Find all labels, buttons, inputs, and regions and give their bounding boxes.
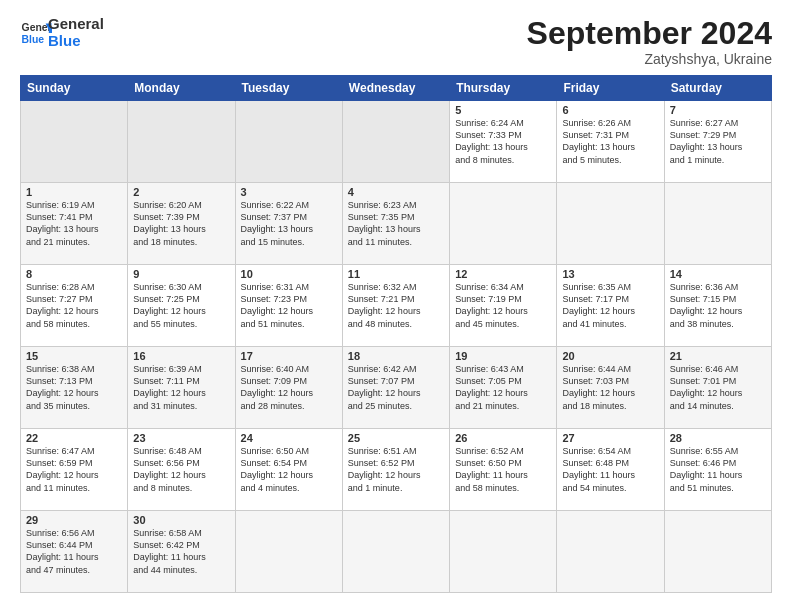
day-info: Sunrise: 6:58 AMSunset: 6:42 PMDaylight:… xyxy=(133,527,229,576)
day-number: 19 xyxy=(455,350,551,362)
calendar-cell: 28Sunrise: 6:55 AMSunset: 6:46 PMDayligh… xyxy=(664,429,771,511)
calendar-cell: 23Sunrise: 6:48 AMSunset: 6:56 PMDayligh… xyxy=(128,429,235,511)
day-number: 17 xyxy=(241,350,337,362)
day-number: 1 xyxy=(26,186,122,198)
day-info: Sunrise: 6:38 AMSunset: 7:13 PMDaylight:… xyxy=(26,363,122,412)
day-number: 12 xyxy=(455,268,551,280)
day-info: Sunrise: 6:22 AMSunset: 7:37 PMDaylight:… xyxy=(241,199,337,248)
calendar-cell xyxy=(128,101,235,183)
month-title: September 2024 xyxy=(527,16,772,51)
calendar-cell xyxy=(235,101,342,183)
day-info: Sunrise: 6:43 AMSunset: 7:05 PMDaylight:… xyxy=(455,363,551,412)
day-info: Sunrise: 6:50 AMSunset: 6:54 PMDaylight:… xyxy=(241,445,337,494)
day-info: Sunrise: 6:55 AMSunset: 6:46 PMDaylight:… xyxy=(670,445,766,494)
calendar-cell: 12Sunrise: 6:34 AMSunset: 7:19 PMDayligh… xyxy=(450,265,557,347)
day-number: 22 xyxy=(26,432,122,444)
day-number: 18 xyxy=(348,350,444,362)
day-number: 15 xyxy=(26,350,122,362)
day-number: 8 xyxy=(26,268,122,280)
calendar-cell: 27Sunrise: 6:54 AMSunset: 6:48 PMDayligh… xyxy=(557,429,664,511)
day-number: 21 xyxy=(670,350,766,362)
day-number: 6 xyxy=(562,104,658,116)
day-header-thursday: Thursday xyxy=(450,76,557,101)
day-info: Sunrise: 6:47 AMSunset: 6:59 PMDaylight:… xyxy=(26,445,122,494)
calendar-cell: 5Sunrise: 6:24 AMSunset: 7:33 PMDaylight… xyxy=(450,101,557,183)
day-info: Sunrise: 6:46 AMSunset: 7:01 PMDaylight:… xyxy=(670,363,766,412)
calendar-cell: 26Sunrise: 6:52 AMSunset: 6:50 PMDayligh… xyxy=(450,429,557,511)
calendar-cell: 10Sunrise: 6:31 AMSunset: 7:23 PMDayligh… xyxy=(235,265,342,347)
calendar-cell: 14Sunrise: 6:36 AMSunset: 7:15 PMDayligh… xyxy=(664,265,771,347)
day-header-wednesday: Wednesday xyxy=(342,76,449,101)
calendar-cell: 29Sunrise: 6:56 AMSunset: 6:44 PMDayligh… xyxy=(21,511,128,593)
day-header-tuesday: Tuesday xyxy=(235,76,342,101)
day-number: 4 xyxy=(348,186,444,198)
calendar-cell xyxy=(342,101,449,183)
day-info: Sunrise: 6:56 AMSunset: 6:44 PMDaylight:… xyxy=(26,527,122,576)
svg-text:Blue: Blue xyxy=(22,33,45,44)
day-info: Sunrise: 6:52 AMSunset: 6:50 PMDaylight:… xyxy=(455,445,551,494)
calendar-cell: 1Sunrise: 6:19 AMSunset: 7:41 PMDaylight… xyxy=(21,183,128,265)
day-info: Sunrise: 6:20 AMSunset: 7:39 PMDaylight:… xyxy=(133,199,229,248)
calendar-cell: 21Sunrise: 6:46 AMSunset: 7:01 PMDayligh… xyxy=(664,347,771,429)
day-number: 29 xyxy=(26,514,122,526)
calendar-table: SundayMondayTuesdayWednesdayThursdayFrid… xyxy=(20,75,772,593)
day-info: Sunrise: 6:48 AMSunset: 6:56 PMDaylight:… xyxy=(133,445,229,494)
day-number: 30 xyxy=(133,514,229,526)
day-info: Sunrise: 6:27 AMSunset: 7:29 PMDaylight:… xyxy=(670,117,766,166)
calendar-cell: 16Sunrise: 6:39 AMSunset: 7:11 PMDayligh… xyxy=(128,347,235,429)
day-info: Sunrise: 6:42 AMSunset: 7:07 PMDaylight:… xyxy=(348,363,444,412)
day-number: 20 xyxy=(562,350,658,362)
day-number: 9 xyxy=(133,268,229,280)
calendar-cell xyxy=(450,183,557,265)
day-header-monday: Monday xyxy=(128,76,235,101)
day-number: 11 xyxy=(348,268,444,280)
day-info: Sunrise: 6:35 AMSunset: 7:17 PMDaylight:… xyxy=(562,281,658,330)
calendar-cell: 9Sunrise: 6:30 AMSunset: 7:25 PMDaylight… xyxy=(128,265,235,347)
calendar-cell xyxy=(664,511,771,593)
day-info: Sunrise: 6:40 AMSunset: 7:09 PMDaylight:… xyxy=(241,363,337,412)
calendar-cell: 18Sunrise: 6:42 AMSunset: 7:07 PMDayligh… xyxy=(342,347,449,429)
calendar-cell: 7Sunrise: 6:27 AMSunset: 7:29 PMDaylight… xyxy=(664,101,771,183)
location-subtitle: Zatyshshya, Ukraine xyxy=(527,51,772,67)
logo: General Blue General Blue xyxy=(20,16,104,49)
day-info: Sunrise: 6:44 AMSunset: 7:03 PMDaylight:… xyxy=(562,363,658,412)
day-number: 26 xyxy=(455,432,551,444)
day-info: Sunrise: 6:36 AMSunset: 7:15 PMDaylight:… xyxy=(670,281,766,330)
day-info: Sunrise: 6:31 AMSunset: 7:23 PMDaylight:… xyxy=(241,281,337,330)
day-info: Sunrise: 6:51 AMSunset: 6:52 PMDaylight:… xyxy=(348,445,444,494)
day-header-sunday: Sunday xyxy=(21,76,128,101)
calendar-cell: 15Sunrise: 6:38 AMSunset: 7:13 PMDayligh… xyxy=(21,347,128,429)
logo-line2: Blue xyxy=(48,33,104,50)
calendar-cell: 20Sunrise: 6:44 AMSunset: 7:03 PMDayligh… xyxy=(557,347,664,429)
calendar-cell: 25Sunrise: 6:51 AMSunset: 6:52 PMDayligh… xyxy=(342,429,449,511)
day-info: Sunrise: 6:19 AMSunset: 7:41 PMDaylight:… xyxy=(26,199,122,248)
calendar-cell xyxy=(21,101,128,183)
day-info: Sunrise: 6:28 AMSunset: 7:27 PMDaylight:… xyxy=(26,281,122,330)
day-number: 14 xyxy=(670,268,766,280)
day-number: 10 xyxy=(241,268,337,280)
calendar-cell: 19Sunrise: 6:43 AMSunset: 7:05 PMDayligh… xyxy=(450,347,557,429)
day-number: 13 xyxy=(562,268,658,280)
calendar-cell xyxy=(664,183,771,265)
title-block: September 2024 Zatyshshya, Ukraine xyxy=(527,16,772,67)
calendar-cell: 3Sunrise: 6:22 AMSunset: 7:37 PMDaylight… xyxy=(235,183,342,265)
calendar-cell: 13Sunrise: 6:35 AMSunset: 7:17 PMDayligh… xyxy=(557,265,664,347)
day-number: 2 xyxy=(133,186,229,198)
day-number: 25 xyxy=(348,432,444,444)
calendar-cell xyxy=(450,511,557,593)
calendar-cell: 2Sunrise: 6:20 AMSunset: 7:39 PMDaylight… xyxy=(128,183,235,265)
day-info: Sunrise: 6:24 AMSunset: 7:33 PMDaylight:… xyxy=(455,117,551,166)
day-info: Sunrise: 6:32 AMSunset: 7:21 PMDaylight:… xyxy=(348,281,444,330)
day-info: Sunrise: 6:34 AMSunset: 7:19 PMDaylight:… xyxy=(455,281,551,330)
day-number: 27 xyxy=(562,432,658,444)
calendar-cell: 22Sunrise: 6:47 AMSunset: 6:59 PMDayligh… xyxy=(21,429,128,511)
day-header-friday: Friday xyxy=(557,76,664,101)
calendar-cell xyxy=(235,511,342,593)
day-number: 7 xyxy=(670,104,766,116)
calendar-cell: 11Sunrise: 6:32 AMSunset: 7:21 PMDayligh… xyxy=(342,265,449,347)
calendar-cell xyxy=(557,183,664,265)
day-header-saturday: Saturday xyxy=(664,76,771,101)
day-number: 23 xyxy=(133,432,229,444)
calendar-cell: 24Sunrise: 6:50 AMSunset: 6:54 PMDayligh… xyxy=(235,429,342,511)
calendar-cell xyxy=(557,511,664,593)
